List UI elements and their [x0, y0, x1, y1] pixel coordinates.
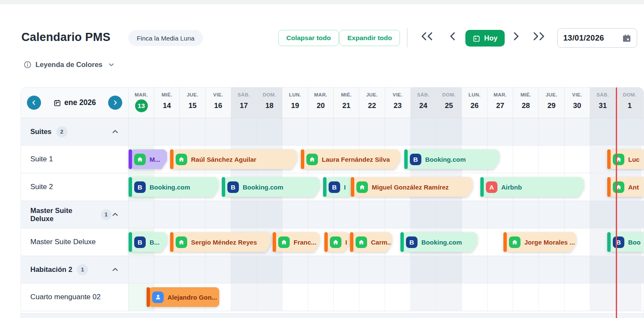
reservation-bar[interactable]: BBooking.com	[400, 232, 477, 252]
grid-cell-17[interactable]	[231, 283, 257, 311]
grid-cell-28[interactable]	[513, 283, 539, 311]
grid-cell-17[interactable]	[231, 201, 257, 228]
reservation-bar[interactable]: BBooking.com	[404, 149, 499, 169]
grid-cell-16[interactable]	[206, 201, 231, 228]
day-column-header-15[interactable]: JUE.15	[180, 88, 206, 118]
grid-cell-18[interactable]	[257, 256, 282, 283]
grid-cell-23[interactable]	[385, 118, 411, 145]
reservation-bar[interactable]: AAirbnb	[480, 177, 584, 197]
grid-cell-14[interactable]	[154, 256, 180, 283]
calendar-icon[interactable]	[622, 34, 631, 43]
month-prev-button[interactable]	[27, 96, 41, 110]
grid-cell-23[interactable]	[385, 201, 411, 228]
day-column-header-26[interactable]: LUN.26	[462, 88, 488, 118]
grid-cell-29[interactable]	[539, 201, 565, 228]
grid-cell-26[interactable]	[462, 256, 488, 283]
reservation-bar[interactable]: Carm...	[350, 232, 392, 252]
grid-cell-28[interactable]	[513, 256, 539, 283]
day-column-header-28[interactable]: MIÉ.28	[513, 88, 539, 118]
reservation-bar[interactable]: Jorge Morales ...	[503, 232, 576, 252]
reservation-bar[interactable]: BBoo	[607, 232, 644, 252]
reservation-bar[interactable]: BBooking.com	[129, 177, 218, 197]
day-column-header-23[interactable]: VIE.23	[385, 88, 411, 118]
grid-cell-13[interactable]	[129, 201, 154, 228]
grid-cell-28[interactable]	[513, 146, 539, 173]
reservation-bar[interactable]: BB...	[129, 232, 167, 252]
grid-cell-29[interactable]	[539, 118, 565, 145]
grid-cell-28[interactable]	[513, 118, 539, 145]
grid-cell-27[interactable]	[488, 118, 513, 145]
date-input[interactable]: 13/01/2026	[557, 28, 637, 48]
grid-cell-14[interactable]	[154, 118, 180, 145]
grid-cell-22[interactable]	[359, 201, 385, 228]
grid-cell-15[interactable]	[180, 118, 206, 145]
grid-cell-21[interactable]	[334, 201, 359, 228]
grid-cell-18[interactable]	[257, 283, 282, 311]
grid-cell-24[interactable]	[411, 283, 436, 311]
grid-cell-25[interactable]	[436, 256, 462, 283]
reservation-bar[interactable]: Ant	[607, 177, 644, 197]
grid-cell-20[interactable]	[308, 283, 334, 311]
day-column-header-24[interactable]: SÁB.24	[411, 88, 436, 118]
reservation-bar[interactable]: Sergio Méndez Reyes	[170, 232, 271, 252]
grid-cell-15[interactable]	[180, 201, 206, 228]
day-column-header-29[interactable]: JUE.29	[539, 88, 565, 118]
grid-cell-1[interactable]	[616, 283, 641, 311]
grid-cell-26[interactable]	[462, 118, 488, 145]
grid-cell-27[interactable]	[488, 283, 513, 311]
grid-cell-24[interactable]	[411, 256, 436, 283]
grid-cell-27[interactable]	[488, 256, 513, 283]
grid-cell-29[interactable]	[539, 256, 565, 283]
grid-cell-19[interactable]	[282, 201, 308, 228]
grid-cell-22[interactable]	[359, 118, 385, 145]
grid-cell-20[interactable]	[308, 256, 334, 283]
grid-cell-22[interactable]	[359, 283, 385, 311]
day-column-header-31[interactable]: SÁB.31	[590, 88, 616, 118]
day-column-header-14[interactable]: MIÉ.14	[154, 88, 180, 118]
legend-toggle[interactable]: Leyenda de Colores	[24, 61, 115, 69]
reservation-bar[interactable]: Laura Fernández Silva	[301, 149, 400, 169]
grid-cell-17[interactable]	[231, 118, 257, 145]
day-column-header-18[interactable]: DOM.18	[257, 88, 282, 118]
collapse-group-button[interactable]	[112, 211, 119, 218]
grid-cell-1[interactable]	[616, 118, 644, 145]
grid-cell-30[interactable]	[565, 283, 590, 311]
grid-cell-21[interactable]	[334, 118, 359, 145]
collapse-all-button[interactable]: Colapsar todo	[278, 30, 339, 46]
reservation-bar[interactable]: BI	[323, 177, 355, 197]
nav-prev-button[interactable]	[448, 32, 457, 41]
grid-cell-31[interactable]	[590, 201, 616, 228]
grid-cell-31[interactable]	[590, 283, 616, 311]
grid-cell-25[interactable]	[436, 201, 462, 228]
expand-all-button[interactable]: Expandir todo	[339, 30, 400, 46]
collapse-group-button[interactable]	[112, 266, 119, 273]
today-button[interactable]: Hoy	[465, 30, 505, 47]
grid-cell-1[interactable]	[616, 256, 644, 283]
grid-cell-28[interactable]	[513, 201, 539, 228]
grid-cell-17[interactable]	[231, 256, 257, 283]
day-column-header-19[interactable]: LUN.19	[282, 88, 308, 118]
nav-first-button[interactable]	[420, 32, 435, 41]
grid-cell-14[interactable]	[154, 201, 180, 228]
reservation-bar[interactable]: Alejandro Gon...	[147, 287, 219, 307]
day-column-header-1[interactable]: DOM.1	[616, 88, 644, 118]
day-column-header-20[interactable]: MAR.20	[308, 88, 334, 118]
nav-last-button[interactable]	[531, 32, 546, 41]
grid-cell-13[interactable]	[129, 118, 154, 145]
day-column-header-30[interactable]: VIE.30	[565, 88, 590, 118]
grid-cell-30[interactable]	[565, 256, 590, 283]
month-next-button[interactable]	[108, 96, 122, 110]
day-column-header-16[interactable]: VIE.16	[206, 88, 231, 118]
reservation-bar[interactable]: Franc...	[273, 232, 320, 252]
property-chip[interactable]: Finca la Media Luna	[128, 30, 203, 46]
grid-cell-25[interactable]	[436, 283, 462, 311]
grid-cell-21[interactable]	[334, 256, 359, 283]
day-column-header-27[interactable]: MAR.27	[488, 88, 513, 118]
grid-cell-19[interactable]	[282, 283, 308, 311]
grid-cell-26[interactable]	[462, 201, 488, 228]
collapse-group-button[interactable]	[112, 128, 119, 135]
grid-cell-30[interactable]	[565, 146, 590, 173]
grid-cell-18[interactable]	[257, 118, 282, 145]
day-column-header-21[interactable]: MIÉ.21	[334, 88, 359, 118]
grid-cell-29[interactable]	[539, 283, 565, 311]
